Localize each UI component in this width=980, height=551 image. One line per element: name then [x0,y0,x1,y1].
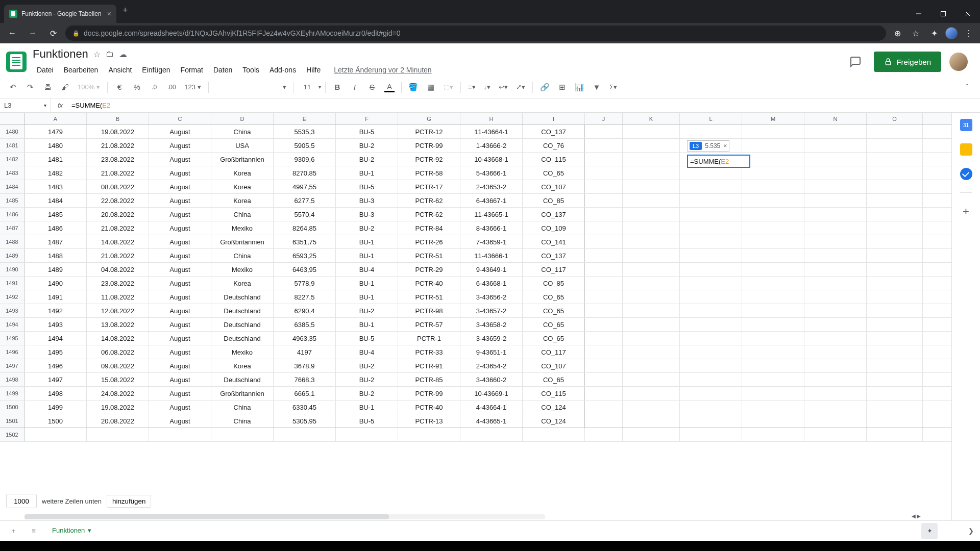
col-header-I[interactable]: I [523,113,585,124]
cell[interactable]: 3-43656-2 [460,290,523,304]
cell[interactable] [680,235,742,248]
calendar-icon[interactable] [960,119,972,131]
cell[interactable] [623,304,680,317]
cell[interactable] [867,194,923,207]
cell[interactable] [742,263,804,276]
col-header-A[interactable]: A [24,113,87,124]
cell[interactable]: PCTR-1 [398,332,460,345]
add-rows-count-input[interactable] [6,494,37,508]
cell[interactable]: BU-5 [336,332,398,345]
cell[interactable] [867,139,923,152]
cell[interactable]: 5778,9 [274,277,336,290]
table-row[interactable]: 1499149824.08.2022AugustGroßbritannien66… [0,387,951,400]
cell[interactable] [623,428,680,441]
cell[interactable]: CO_117 [523,345,585,359]
cell[interactable]: CO_141 [523,235,585,248]
cell[interactable] [274,428,336,441]
cell[interactable]: 19.08.2022 [87,125,149,138]
cell[interactable]: 8270,85 [274,166,336,180]
cell[interactable] [585,290,623,304]
cell[interactable]: 6385,5 [274,318,336,331]
column-headers[interactable]: ABCDEFGHIJKLMNO [0,113,951,125]
cell[interactable]: BU-3 [336,208,398,221]
move-icon[interactable]: 🗀 [106,49,114,59]
cell[interactable] [585,139,623,152]
zoom-select[interactable]: 100%▾ [75,80,103,95]
cell[interactable] [680,345,742,359]
cell[interactable]: 6351,75 [274,235,336,248]
cell[interactable] [585,387,623,400]
cell[interactable]: China [211,208,274,221]
forward-button[interactable]: → [24,25,41,41]
cell[interactable]: August [149,387,211,400]
add-sheet-button[interactable]: + [6,524,20,538]
cell[interactable]: BU-1 [336,277,398,290]
cell[interactable]: 15.08.2022 [87,373,149,386]
cell[interactable]: PCTR-99 [398,387,460,400]
tasks-icon[interactable] [960,168,972,180]
cell[interactable] [149,428,211,441]
cell[interactable] [585,277,623,290]
cell[interactable]: 1479 [24,125,87,138]
row-header[interactable]: 1495 [0,332,24,345]
minimize-button[interactable] [906,5,931,23]
cell[interactable] [680,249,742,262]
cell[interactable]: 10-43669-1 [460,387,523,400]
row-header[interactable]: 1499 [0,387,24,400]
cell[interactable] [804,221,867,235]
cell[interactable]: Deutschland [211,304,274,317]
cell[interactable]: PCTR-98 [398,304,460,317]
cell[interactable] [398,428,460,441]
cell[interactable]: 3678,9 [274,359,336,372]
cell[interactable]: August [149,263,211,276]
cell[interactable] [867,249,923,262]
table-row[interactable]: 1485148422.08.2022AugustKorea6277,5BU-3P… [0,194,951,208]
cell[interactable] [804,180,867,193]
cell[interactable]: USA [211,139,274,152]
cell[interactable] [742,153,804,166]
side-panel-toggle[interactable]: ❯ [968,527,974,535]
cell[interactable]: 21.08.2022 [87,166,149,180]
cell[interactable]: Mexiko [211,221,274,235]
cell[interactable] [585,166,623,180]
cell[interactable]: 04.08.2022 [87,263,149,276]
cell[interactable]: CO_65 [523,332,585,345]
cell[interactable]: 5305,95 [274,414,336,428]
table-row[interactable]: 1501150020.08.2022AugustChina5305,95BU-5… [0,414,951,428]
cell[interactable] [680,414,742,428]
cell[interactable]: 4197 [274,345,336,359]
cell[interactable]: 6593,25 [274,249,336,262]
cell[interactable]: PCTR-84 [398,221,460,235]
cell[interactable] [623,125,680,138]
table-row[interactable]: 1497149609.08.2022AugustKorea3678,9BU-2P… [0,359,951,373]
cell[interactable]: BU-2 [336,304,398,317]
cell[interactable]: 23.08.2022 [87,153,149,166]
cell[interactable]: 6330,45 [274,400,336,414]
italic-button[interactable]: I [347,80,362,95]
cell[interactable] [867,153,923,166]
insert-chart-button[interactable]: 📊 [572,80,587,95]
cell[interactable] [804,304,867,317]
cell[interactable] [680,263,742,276]
cell[interactable]: 1496 [24,359,87,372]
cell[interactable]: 4-43664-1 [460,400,523,414]
cell[interactable]: 3-43658-2 [460,318,523,331]
cell[interactable] [867,414,923,428]
cell[interactable] [804,428,867,441]
new-tab-button[interactable]: + [116,5,134,16]
cell[interactable]: 2-43653-2 [460,180,523,193]
cell[interactable] [742,318,804,331]
row-header[interactable]: 1486 [0,208,24,221]
reload-button[interactable]: ⟳ [45,25,61,41]
table-row[interactable]: 1480147919.08.2022AugustChina5535,3BU-5P… [0,125,951,139]
cell[interactable]: 1499 [24,400,87,414]
cell[interactable]: 6463,95 [274,263,336,276]
cell[interactable]: PCTR-12 [398,125,460,138]
row-header[interactable]: 1498 [0,373,24,386]
cell[interactable]: 4997,55 [274,180,336,193]
cell[interactable]: 6665,1 [274,387,336,400]
cell[interactable] [523,428,585,441]
vertical-align-button[interactable]: ↓▾ [481,80,494,95]
cell[interactable] [804,208,867,221]
share-button[interactable]: Freigeben [874,52,941,72]
